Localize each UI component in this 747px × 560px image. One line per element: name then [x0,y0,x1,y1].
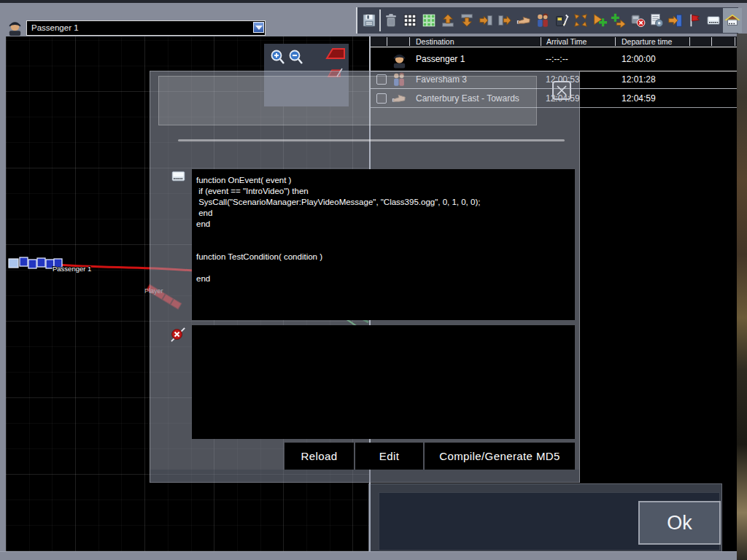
station-icon [724,12,740,28]
close-icon [554,82,570,98]
toolbar-button-save[interactable] [360,8,379,33]
toolbar-button-delete[interactable] [382,8,400,33]
marker-ramp-icon[interactable] [325,47,346,61]
toolbar-button-grid[interactable] [400,8,419,33]
center-arrows-icon [573,12,589,28]
keyboard-icon [171,170,186,183]
bottom-edge [0,551,737,560]
driver-select[interactable]: Passenger 1 [26,20,266,36]
column-separator [689,37,690,46]
toolbar-button-shift-right[interactable] [476,8,495,33]
player-train-label: Passenger 1 [53,265,91,273]
toolbar-button-select-hand[interactable] [514,8,533,33]
dialog-header-area [158,76,537,125]
table-row[interactable]: Passenger 1 --:--:-- 12:00:00 [371,47,737,71]
column-separator [711,37,712,46]
column-header-arrival[interactable]: Arrival Time [546,37,587,46]
passengers-icon [535,12,551,28]
reload-button[interactable]: Reload [285,443,354,470]
driver-avatar-icon [391,50,408,69]
toolbar-button-add-driver[interactable] [590,8,609,33]
lower-icon [459,12,475,28]
script-editor-dialog: function OnEvent( event ) if (event == "… [150,71,580,483]
add-instruction-icon [611,12,627,28]
toolbar-button-portal[interactable] [666,8,685,33]
timetable-header: Destination Arrival Time Departure time [371,36,737,47]
grid-snap-icon [421,12,437,28]
chevron-down-icon [255,26,263,30]
column-separator [541,37,541,46]
row-departure: 12:04:59 [622,93,656,104]
hand-icon [516,12,532,28]
toolbar-button-station-view[interactable] [723,8,742,33]
script-gear-icon [649,12,665,28]
script-code-editor[interactable]: function OnEvent( event ) if (event == "… [192,169,575,320]
ok-button[interactable]: Ok [638,501,721,545]
close-button[interactable] [552,81,571,100]
scenario-editor-screen: Player Passenger 1 [0,0,747,560]
toolbar-button-fuel-point[interactable] [552,8,571,33]
toolbar-button-passengers[interactable] [533,8,552,33]
toolbar-button-raise[interactable] [438,8,457,33]
shift-left-icon [497,12,513,28]
dropdown-button[interactable] [253,22,264,33]
dialog-bottom-band [150,470,579,483]
dialog-divider [178,139,565,141]
message-panel: Ok [368,483,722,552]
column-separator [387,37,387,46]
zoom-out-icon[interactable] [287,48,305,67]
shift-right-icon [478,12,494,28]
column-header-departure[interactable]: Departure time [622,37,672,46]
world-view-edge [737,34,747,560]
compile-button[interactable]: Compile/Generate MD5 [425,443,575,470]
toolbar-button-lower[interactable] [457,8,476,33]
editor-toolbar [356,7,738,34]
grid-icon [402,12,418,28]
portal-icon [667,12,684,28]
error-pin-icon [170,326,187,343]
row-departure: 12:00:00 [622,54,656,64]
column-separator [735,37,735,46]
remove-consist-icon [630,12,646,28]
column-separator [615,37,616,46]
script-output-box[interactable] [192,325,575,439]
toolbar-button-scenario-script[interactable] [647,8,666,33]
toolbar-button-grid-snap[interactable] [419,8,438,33]
toolbar-button-keyboard-entry[interactable] [704,8,723,33]
fuel-pump-icon [554,12,570,28]
left-edge [0,36,6,551]
row-departure: 12:01:28 [622,74,656,85]
save-icon [361,12,377,28]
column-separator [409,37,410,46]
toolbar-button-add-instruction[interactable] [609,8,628,33]
driver-select-value: Passenger 1 [31,21,79,34]
script-code-text: function OnEvent( event ) if (event == "… [196,175,575,284]
flag-icon [686,12,703,28]
row-arrival: --:--:-- [546,54,568,64]
toolbar-button-flag-marker[interactable] [685,8,704,33]
row-destination: Passenger 1 [416,54,465,64]
trash-icon [383,12,399,28]
column-header-destination[interactable]: Destination [416,37,454,46]
raise-icon [440,12,456,28]
toolbar-separator [379,9,381,31]
keyboard-icon [705,12,721,28]
zoom-in-icon[interactable] [269,48,287,67]
toolbar-button-remove-consist[interactable] [628,8,647,33]
toolbar-button-shift-left[interactable] [495,8,514,33]
edit-button[interactable]: Edit [355,443,423,470]
toolbar-button-center-view[interactable] [571,8,590,33]
driver-avatar-icon [7,18,23,36]
add-driver-icon [592,12,608,28]
